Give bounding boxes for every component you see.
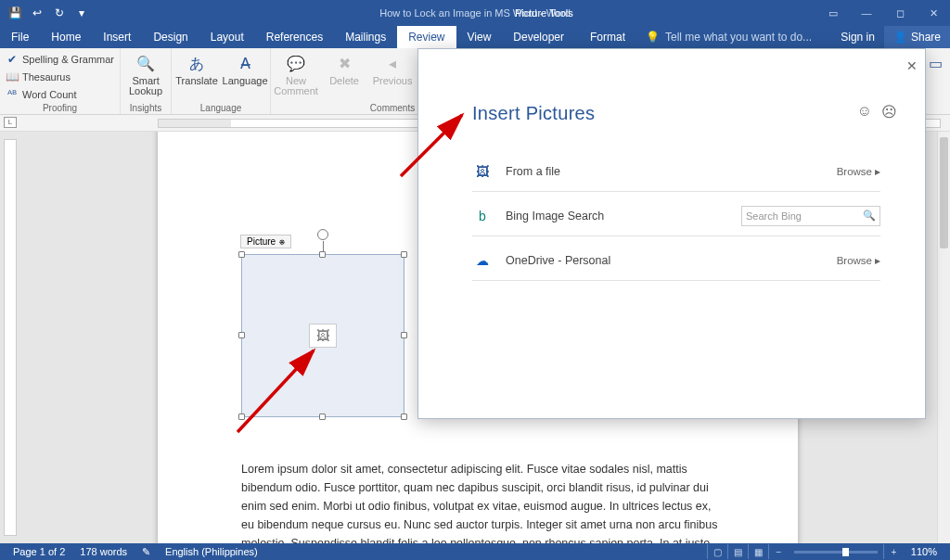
- insert-pictures-pane: ✕ ☺ ☹ Insert Pictures 🖼 From a file Brow…: [417, 48, 926, 419]
- browse-file-button[interactable]: Browse▸: [837, 165, 880, 178]
- zoom-slider[interactable]: [794, 551, 878, 554]
- delete-icon: ✖: [333, 52, 355, 74]
- previous-comment-button[interactable]: ◂Previous: [371, 50, 414, 86]
- tab-selector[interactable]: L: [4, 117, 17, 128]
- translate-icon: あ: [186, 52, 208, 74]
- picture-icon[interactable]: 🖼: [309, 324, 337, 348]
- onedrive-icon: ☁: [472, 253, 493, 268]
- close-icon[interactable]: ✕: [917, 0, 950, 26]
- word-count-button[interactable]: ᴬᴮWord Count: [4, 87, 116, 102]
- status-words[interactable]: 178 words: [72, 546, 135, 557]
- tab-format[interactable]: Format: [579, 26, 636, 48]
- language-button[interactable]: A̶Language: [224, 50, 266, 86]
- body-text[interactable]: Lorem ipsum dolor sit amet, consectetur …: [241, 460, 724, 543]
- scrollbar-thumb[interactable]: [940, 137, 948, 248]
- bing-search-input[interactable]: Search Bing🔍: [741, 206, 880, 226]
- share-button[interactable]: 👤 Share: [884, 26, 950, 48]
- delete-comment-button[interactable]: ✖Delete: [323, 50, 366, 86]
- status-language[interactable]: English (Philippines): [158, 546, 265, 557]
- tab-developer[interactable]: Developer: [502, 26, 575, 48]
- vertical-scrollbar[interactable]: [937, 132, 950, 543]
- read-mode-icon[interactable]: ▢: [707, 544, 727, 559]
- tab-review[interactable]: Review: [397, 26, 456, 48]
- status-page[interactable]: Page 1 of 2: [6, 546, 72, 557]
- search-icon: 🔍: [135, 52, 157, 74]
- pane-close-icon[interactable]: ✕: [906, 58, 918, 73]
- zoom-level[interactable]: 110%: [904, 546, 944, 557]
- tab-insert[interactable]: Insert: [92, 26, 142, 48]
- tab-view[interactable]: View: [456, 26, 503, 48]
- insert-from-file-row: 🖼 From a file Browse▸: [472, 151, 880, 192]
- minimize-icon[interactable]: —: [850, 0, 883, 26]
- chevron-right-icon: ▸: [875, 254, 880, 267]
- check-icon: ✔: [6, 53, 19, 66]
- search-icon: 🔍: [863, 210, 876, 222]
- onedrive-label: OneDrive - Personal: [506, 254, 673, 267]
- status-bar: Page 1 of 2 178 words ✎ English (Philipp…: [0, 543, 950, 560]
- web-layout-icon[interactable]: ▦: [748, 544, 768, 559]
- lightbulb-icon: 💡: [646, 31, 660, 44]
- ribbon-tabs: File Home Insert Design Layout Reference…: [0, 26, 950, 48]
- new-comment-button[interactable]: 💬New Comment: [275, 50, 317, 96]
- tab-design[interactable]: Design: [142, 26, 199, 48]
- chevron-right-icon: ▸: [875, 165, 880, 178]
- thesaurus-button[interactable]: 📖Thesaurus: [4, 70, 116, 84]
- title-bar: 💾 ↩ ↻ ▾ How to Lock an Image in MS Word …: [0, 0, 950, 26]
- undo-icon[interactable]: ↩: [28, 4, 46, 22]
- vertical-ruler[interactable]: [4, 139, 17, 536]
- ribbon-options-icon[interactable]: ▭: [816, 0, 850, 26]
- bing-search-placeholder: Search Bing: [746, 210, 802, 222]
- picture-placeholder[interactable]: Picture⎈ 🖼: [241, 254, 404, 417]
- anchor-icon: ⎈: [279, 236, 285, 247]
- bing-icon: b: [472, 209, 493, 223]
- tab-references[interactable]: References: [255, 26, 334, 48]
- resize-handle-w[interactable]: [238, 332, 245, 338]
- share-icon: 👤: [893, 31, 907, 44]
- from-file-label: From a file: [506, 165, 673, 178]
- group-language: あTranslate A̶Language Language: [172, 48, 271, 114]
- zoom-slider-knob[interactable]: [842, 548, 849, 556]
- resize-handle-n[interactable]: [319, 251, 326, 258]
- bing-label: Bing Image Search: [506, 210, 673, 223]
- resize-handle-se[interactable]: [401, 414, 407, 420]
- resize-handle-ne[interactable]: [401, 251, 407, 258]
- picture-tag[interactable]: Picture⎈: [240, 235, 291, 248]
- group-label-language: Language: [175, 102, 266, 114]
- print-layout-icon[interactable]: ▤: [727, 544, 748, 559]
- resize-handle-sw[interactable]: [238, 414, 245, 420]
- qat-customize-icon[interactable]: ▾: [72, 4, 91, 22]
- insert-pictures-title: Insert Pictures: [472, 103, 595, 124]
- smart-lookup-button[interactable]: 🔍Smart Lookup: [124, 50, 167, 96]
- tab-mailings[interactable]: Mailings: [334, 26, 397, 48]
- save-icon[interactable]: 💾: [6, 4, 24, 22]
- maximize-icon[interactable]: ◻: [883, 0, 917, 26]
- tab-layout[interactable]: Layout: [199, 26, 255, 48]
- browse-onedrive-button[interactable]: Browse▸: [837, 254, 880, 267]
- tell-me-placeholder: Tell me what you want to do...: [665, 31, 812, 44]
- insert-bing-row: b Bing Image Search Search Bing🔍: [472, 196, 880, 236]
- resize-handle-e[interactable]: [401, 332, 407, 338]
- redo-icon[interactable]: ↻: [50, 4, 69, 22]
- zoom-out-button[interactable]: −: [768, 544, 789, 559]
- tell-me-search[interactable]: 💡 Tell me what you want to do...: [636, 26, 821, 48]
- picture-tools-label: Picture Tools: [515, 7, 573, 19]
- file-icon: 🖼: [472, 164, 493, 179]
- resize-handle-s[interactable]: [319, 414, 326, 420]
- globe-icon: A̶: [234, 52, 256, 74]
- sign-in-button[interactable]: Sign in: [831, 31, 884, 44]
- spelling-grammar-button[interactable]: ✔Spelling & Grammar: [4, 52, 116, 67]
- share-label: Share: [911, 31, 941, 44]
- count-icon: ᴬᴮ: [6, 88, 19, 101]
- resize-handle-nw[interactable]: [238, 251, 245, 258]
- zoom-in-button[interactable]: +: [883, 544, 904, 559]
- feedback-smile-icon[interactable]: ☺: [857, 103, 872, 121]
- compare-icon: ▭: [924, 52, 946, 74]
- status-proof-icon[interactable]: ✎: [135, 546, 158, 558]
- tab-file[interactable]: File: [0, 26, 40, 48]
- rotate-handle[interactable]: [317, 229, 328, 240]
- tab-home[interactable]: Home: [40, 26, 92, 48]
- group-label-proofing: Proofing: [4, 102, 116, 114]
- feedback-frown-icon[interactable]: ☹: [881, 103, 897, 121]
- quick-access-toolbar: 💾 ↩ ↻ ▾: [0, 4, 96, 22]
- translate-button[interactable]: あTranslate: [175, 50, 218, 86]
